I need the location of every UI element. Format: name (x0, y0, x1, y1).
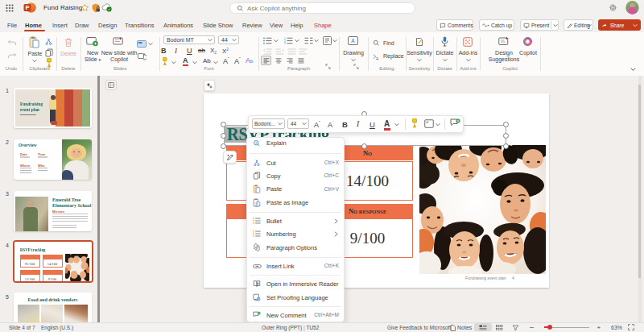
svg-text:A: A (351, 38, 355, 44)
svg-text:3: 3 (284, 42, 286, 44)
svg-text:1: 1 (253, 230, 254, 233)
svg-text:3: 3 (253, 234, 254, 238)
svg-text:P: P (25, 4, 29, 11)
svg-text:2: 2 (253, 232, 254, 235)
